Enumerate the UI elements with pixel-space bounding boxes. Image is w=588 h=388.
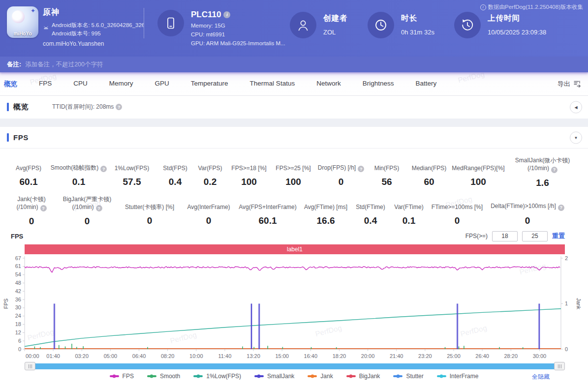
overview-section: 概览 TTID(首屏时间): 208ms ? ◀ bbox=[0, 96, 588, 119]
legend-Stutter[interactable]: Stutter bbox=[393, 373, 423, 380]
clock-icon bbox=[373, 18, 388, 32]
stat-value: 0.1 bbox=[402, 215, 415, 226]
reset-link[interactable]: 重置 bbox=[552, 232, 565, 240]
stat-Var(FTime): Var(FTime)0.1 bbox=[390, 195, 428, 227]
stat-value: 0.4 bbox=[169, 177, 182, 187]
legend-InterFrame[interactable]: InterFrame bbox=[437, 373, 479, 380]
svg-text:06:40: 06:40 bbox=[132, 353, 146, 359]
tab-Temperature[interactable]: Temperature bbox=[191, 80, 228, 89]
tab-FPS[interactable]: FPS bbox=[39, 80, 52, 89]
fps-collapse-button[interactable]: ▼ bbox=[570, 131, 582, 144]
svg-text:23:20: 23:20 bbox=[418, 353, 432, 359]
stat-Smooth(稳帧指数): Smooth(稳帧指数)?0.1 bbox=[51, 156, 106, 188]
tab-Brightness[interactable]: Brightness bbox=[363, 80, 394, 89]
tab-Battery[interactable]: Battery bbox=[415, 80, 436, 89]
stat-value: 1.6 bbox=[536, 178, 549, 188]
svg-text:6: 6 bbox=[18, 338, 21, 344]
tab-bar: 概览FPSCPUMemoryGPUTemperatureThermal Stat… bbox=[0, 72, 588, 96]
help-icon[interactable]: ? bbox=[358, 166, 364, 172]
overview-collapse-button[interactable]: ◀ bbox=[570, 101, 582, 113]
stat-value: 100 bbox=[285, 177, 301, 187]
svg-text:03:20: 03:20 bbox=[75, 353, 89, 359]
svg-text:28:20: 28:20 bbox=[504, 353, 518, 359]
legend-marker bbox=[308, 375, 317, 377]
tab-概览[interactable]: 概览 bbox=[4, 80, 17, 89]
svg-text:10:00: 10:00 bbox=[189, 353, 203, 359]
device-memory: Memory: 15G bbox=[191, 23, 285, 29]
stat-value: 56 bbox=[381, 177, 392, 187]
stat-Jank(卡顿): Jank(卡顿)(/10min)?0 bbox=[6, 195, 57, 227]
device-info-block: PLC110 i Memory: 15G CPU: mt6991 GPU: AR… bbox=[144, 0, 290, 57]
device-info-icon[interactable]: i bbox=[223, 11, 230, 18]
stat-1%Low(FPS): 1%Low(FPS)57.5 bbox=[106, 156, 157, 188]
tab-CPU[interactable]: CPU bbox=[73, 80, 88, 89]
tab-Memory[interactable]: Memory bbox=[109, 80, 133, 89]
tab-Network[interactable]: Network bbox=[316, 80, 341, 89]
legend-Jank[interactable]: Jank bbox=[308, 373, 333, 380]
fps-line-chart[interactable]: 061218243036424854616701200:0001:4003:20… bbox=[0, 254, 588, 361]
stat-value: 60 bbox=[424, 177, 434, 187]
help-icon[interactable]: ? bbox=[551, 167, 557, 173]
upload-label: 上传时间 bbox=[488, 13, 546, 24]
app-icon-brand-text: miHoYo bbox=[7, 31, 38, 36]
app-icon: miHoYo bbox=[7, 6, 38, 38]
device-circle bbox=[157, 10, 184, 36]
ttid-value: TTID(首屏时间): 208ms bbox=[52, 103, 114, 111]
creator-block: 创建者 ZOL bbox=[290, 0, 368, 57]
scrollbar-track[interactable] bbox=[35, 363, 554, 369]
creator-circle bbox=[290, 12, 316, 38]
stat-FPS>=18 [%]: FPS>=18 [%]100 bbox=[227, 156, 271, 188]
svg-text:26:40: 26:40 bbox=[475, 353, 489, 359]
stat-value: 100 bbox=[470, 177, 486, 187]
hide-all-link[interactable]: 全隐藏 bbox=[532, 373, 550, 381]
stat-Stutter(卡顿率) [%]: Stutter(卡顿率) [%]0 bbox=[117, 195, 182, 227]
tab-GPU[interactable]: GPU bbox=[155, 80, 169, 89]
scrollbar-right-handle[interactable] bbox=[554, 362, 565, 370]
stat-FTime>=100ms [%]: FTime>=100ms [%]0 bbox=[428, 195, 486, 227]
svg-text:Jank: Jank bbox=[576, 298, 582, 310]
note-label: 备注: bbox=[7, 60, 21, 69]
svg-text:18:20: 18:20 bbox=[333, 353, 346, 359]
chart-label-banner: label1 bbox=[25, 244, 565, 254]
fps-filter-label: FPS(>=) bbox=[465, 233, 488, 239]
legend-Smooth[interactable]: Smooth bbox=[147, 373, 180, 380]
fps-threshold-input-1[interactable] bbox=[492, 231, 518, 241]
duration-circle bbox=[368, 12, 394, 38]
help-icon[interactable]: ? bbox=[558, 205, 564, 211]
svg-text:48: 48 bbox=[15, 280, 21, 286]
svg-text:0: 0 bbox=[18, 346, 21, 352]
creator-value: ZOL bbox=[323, 29, 348, 36]
history-clock-icon bbox=[460, 18, 475, 32]
fps-stats-row1: Avg(FPS)60.1Smooth(稳帧指数)?0.11%Low(FPS)57… bbox=[0, 156, 588, 188]
stat-value: 0 bbox=[455, 215, 460, 226]
ttid-help-icon[interactable]: ? bbox=[116, 104, 122, 110]
fps-chart-title: FPS bbox=[11, 233, 23, 240]
chart-scrollbar bbox=[25, 362, 565, 370]
help-icon[interactable]: ? bbox=[96, 205, 102, 211]
fps-threshold-input-2[interactable] bbox=[522, 231, 548, 241]
svg-text:15:00: 15:00 bbox=[275, 353, 289, 359]
svg-text:11:40: 11:40 bbox=[218, 353, 232, 359]
legend-FPS[interactable]: FPS bbox=[110, 373, 134, 380]
legend-BigJank[interactable]: BigJank bbox=[346, 373, 380, 380]
section-accent-bar bbox=[7, 103, 9, 111]
note-input[interactable] bbox=[25, 61, 588, 68]
app-title: 原神 bbox=[43, 7, 144, 18]
stat-Std(FPS): Std(FPS)0.4 bbox=[157, 156, 193, 188]
help-icon[interactable]: ? bbox=[40, 205, 47, 211]
stat-value: 0.4 bbox=[364, 215, 377, 226]
stat-value: 60.1 bbox=[259, 215, 277, 226]
svg-text:0: 0 bbox=[565, 346, 568, 352]
stat-value: 0.1 bbox=[72, 177, 85, 187]
stat-Drop(FPS) [/h]: Drop(FPS) [/h]?0 bbox=[316, 156, 366, 188]
legend-1%Low(FPS)[interactable]: 1%Low(FPS) bbox=[193, 373, 241, 380]
stat-value: 0 bbox=[29, 216, 34, 227]
export-button[interactable]: 导出 bbox=[557, 80, 581, 89]
scrollbar-left-handle[interactable] bbox=[25, 362, 35, 370]
tab-Thermal Status[interactable]: Thermal Status bbox=[250, 80, 295, 89]
legend-SmallJank[interactable]: SmallJank bbox=[254, 373, 294, 380]
legend-marker bbox=[193, 375, 203, 377]
app-package: com.miHoYo.Yuanshen bbox=[43, 40, 144, 47]
stat-Min(FPS): Min(FPS)56 bbox=[366, 156, 407, 188]
stat-value: 60.1 bbox=[20, 177, 38, 187]
